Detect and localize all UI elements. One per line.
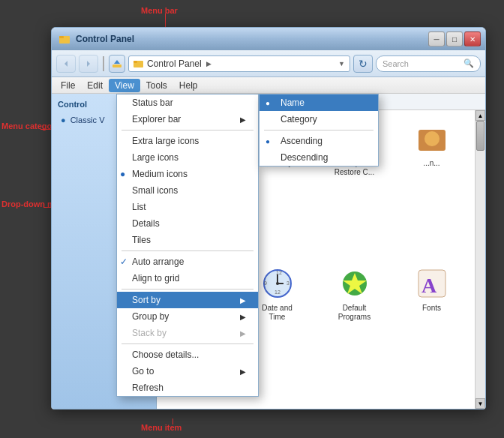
menu-large[interactable]: Large icons xyxy=(117,149,258,166)
scroll-track xyxy=(476,121,485,398)
svg-point-24 xyxy=(424,131,440,146)
menu-extra-large[interactable]: Extra large icons xyxy=(117,133,258,149)
sort-descending[interactable]: Descending xyxy=(260,149,378,166)
scroll-down-arrow[interactable]: ▼ xyxy=(476,398,485,409)
svg-point-30 xyxy=(276,282,279,285)
sort-ascending[interactable]: ● Ascending xyxy=(260,133,378,149)
group-by-arrow: ▶ xyxy=(240,313,246,321)
sort-sep xyxy=(264,130,374,130)
view-dropdown-menu: Status bar Explorer bar ▶ Extra large ic… xyxy=(116,94,259,397)
svg-rect-1 xyxy=(59,36,64,38)
menu-bar-annotation: Menu bar xyxy=(141,6,178,15)
fonts-img: A xyxy=(414,266,450,302)
menu-stack-by: Stack by ▶ xyxy=(117,325,258,341)
menu-align-grid[interactable]: Align to grid xyxy=(117,270,258,286)
default-programs-img xyxy=(337,266,373,302)
sort-by-submenu: ● Name Category ● Ascending Descending xyxy=(259,94,379,166)
sidebar-item-label: Classic V xyxy=(70,116,105,124)
window-title: Control Panel xyxy=(76,34,134,44)
date-time-img: 12 3 12 9 xyxy=(260,266,296,302)
refresh-button[interactable]: ↻ xyxy=(353,55,373,73)
window-controls: ─ □ ✕ xyxy=(428,32,481,46)
medium-check: ● xyxy=(120,169,125,179)
menu-sort-by[interactable]: Sort by ▶ xyxy=(117,292,258,308)
svg-text:12: 12 xyxy=(274,290,280,295)
menu-sep2 xyxy=(122,250,254,251)
menu-list[interactable]: List xyxy=(117,199,258,215)
address-arrow: ▼ xyxy=(338,60,345,68)
menu-status-bar[interactable]: Status bar xyxy=(117,94,258,111)
address-bar[interactable]: Control Panel ▶ ▼ xyxy=(128,56,350,72)
toolbar-separator xyxy=(103,56,104,71)
menu-sep1 xyxy=(122,130,254,130)
search-bar[interactable]: Search 🔍 xyxy=(376,56,481,72)
sort-by-arrow: ▶ xyxy=(240,296,246,304)
search-icon[interactable]: 🔍 xyxy=(464,58,474,68)
svg-text:A: A xyxy=(422,274,437,297)
menu-sep3 xyxy=(122,289,254,290)
svg-marker-3 xyxy=(87,61,90,67)
auto-arrange-check: ✓ xyxy=(120,256,128,267)
folder-icon xyxy=(59,33,71,45)
svg-rect-7 xyxy=(134,61,137,63)
up-button[interactable] xyxy=(109,55,125,73)
menu-bar: File Edit View Tools Help xyxy=(52,77,485,94)
view-menu[interactable]: View xyxy=(109,79,140,92)
close-button[interactable]: ✕ xyxy=(464,32,481,46)
menu-bar-arrow xyxy=(165,14,166,28)
title-bar: Control Panel ─ □ ✕ xyxy=(52,28,485,50)
ascending-check: ● xyxy=(266,137,270,146)
explorer-bar-arrow: ▶ xyxy=(240,116,246,124)
default-programs-label: DefaultPrograms xyxy=(338,304,370,322)
tools-menu[interactable]: Tools xyxy=(140,79,173,92)
menu-refresh[interactable]: Refresh xyxy=(117,380,258,396)
menu-go-to[interactable]: Go to ▶ xyxy=(117,363,258,380)
svg-marker-5 xyxy=(114,60,120,64)
partial-label: ...n... xyxy=(423,159,440,168)
menu-explorer-bar[interactable]: Explorer bar ▶ xyxy=(117,111,258,128)
sort-category[interactable]: Category xyxy=(260,111,378,128)
back-button[interactable] xyxy=(56,55,76,73)
maximize-button[interactable]: □ xyxy=(446,32,463,46)
toolbar: Control Panel ▶ ▼ ↻ Search 🔍 xyxy=(52,50,485,77)
svg-text:3: 3 xyxy=(286,280,290,286)
go-to-arrow: ▶ xyxy=(240,368,246,376)
menu-auto-arrange[interactable]: ✓Auto arrange xyxy=(117,254,258,270)
icon-default-programs[interactable]: DefaultPrograms xyxy=(317,261,392,403)
menu-item-annotation: Menu item xyxy=(141,423,182,432)
date-time-label: Date andTime xyxy=(262,304,292,322)
edit-menu[interactable]: Edit xyxy=(81,79,109,92)
svg-text:9: 9 xyxy=(264,280,267,286)
file-menu[interactable]: File xyxy=(55,79,81,92)
menu-choose-details[interactable]: Choose details... xyxy=(117,346,258,363)
address-text: Control Panel xyxy=(147,58,202,69)
partial-img xyxy=(414,121,450,157)
minimize-button[interactable]: ─ xyxy=(428,32,445,46)
menu-details[interactable]: Details xyxy=(117,215,258,232)
menu-sep4 xyxy=(122,344,254,344)
menu-medium[interactable]: ●Medium icons xyxy=(117,166,258,182)
sort-name[interactable]: ● Name xyxy=(260,94,378,111)
icon-partial[interactable]: ...n... xyxy=(394,116,469,258)
stack-by-arrow: ▶ xyxy=(240,329,246,338)
menu-tiles[interactable]: Tiles xyxy=(117,232,258,248)
icon-fonts[interactable]: A Fonts xyxy=(394,261,469,403)
name-check: ● xyxy=(266,99,270,107)
menu-item-vline xyxy=(172,418,173,424)
main-window: Control Panel ─ □ ✕ Control Panel ▶ ▼ xyxy=(51,27,486,410)
folder-address-icon xyxy=(134,58,144,69)
address-dropdown-arrow[interactable]: ▶ xyxy=(206,60,212,68)
scroll-thumb[interactable] xyxy=(476,121,484,151)
scrollbar: ▲ ▼ xyxy=(475,110,485,409)
fonts-label: Fonts xyxy=(422,304,441,313)
forward-button[interactable] xyxy=(79,55,98,73)
bullet-icon: ● xyxy=(61,116,66,124)
menu-small[interactable]: Small icons xyxy=(117,182,258,199)
scroll-up-arrow[interactable]: ▲ xyxy=(476,110,485,121)
help-menu[interactable]: Help xyxy=(173,79,204,92)
menu-group-by[interactable]: Group by ▶ xyxy=(117,308,258,325)
svg-text:12: 12 xyxy=(276,270,282,275)
search-placeholder: Search xyxy=(382,59,409,68)
svg-rect-4 xyxy=(112,64,122,68)
svg-marker-2 xyxy=(64,61,68,67)
